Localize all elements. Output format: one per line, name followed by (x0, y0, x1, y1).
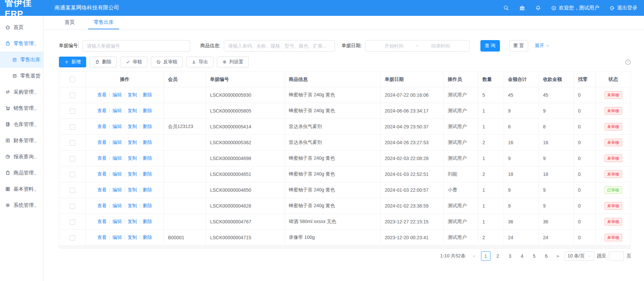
product-info-input[interactable] (224, 40, 335, 52)
page-5[interactable]: 5 (530, 251, 539, 261)
row-action-copy[interactable]: 复制 (128, 92, 137, 97)
row-action-copy[interactable]: 复制 (128, 219, 137, 224)
row-action-copy[interactable]: 复制 (128, 108, 137, 113)
page-1[interactable]: 1 (481, 251, 490, 261)
horizontal-scrollbar[interactable] (59, 246, 631, 249)
sidebar-item-warehouse[interactable]: 仓库管理 (0, 116, 43, 132)
welcome-user[interactable]: 欢迎您，测试用户 (551, 5, 599, 11)
page-jump-input[interactable] (609, 251, 624, 261)
row-checkbox[interactable] (70, 172, 75, 177)
row-checkbox[interactable] (70, 204, 75, 209)
search-button[interactable]: 查 询 (480, 40, 500, 52)
row-action-edit[interactable]: 编辑 (112, 92, 122, 97)
row-action-copy[interactable]: 复制 (128, 171, 137, 177)
row-action-view[interactable]: 查看 (97, 124, 107, 129)
sidebar-item-retail-out[interactable]: 零售出库 (0, 52, 43, 68)
row-action-delete[interactable]: 删除 (143, 92, 152, 97)
sidebar-item-system[interactable]: 系统管理 (0, 197, 43, 213)
row-action-delete[interactable]: 删除 (143, 219, 152, 224)
page-6[interactable]: 6 (542, 251, 551, 261)
page-3[interactable]: 3 (505, 251, 515, 261)
select-all-checkbox[interactable] (70, 77, 75, 82)
row-checkbox[interactable] (70, 188, 75, 193)
next-page-button[interactable]: > (554, 254, 562, 259)
row-action-view[interactable]: 查看 (97, 108, 107, 113)
cell-member (164, 103, 206, 119)
row-checkbox[interactable] (70, 108, 75, 114)
row-action-view[interactable]: 查看 (97, 203, 107, 208)
row-action-delete[interactable]: 删除 (143, 155, 152, 161)
row-action-edit[interactable]: 编辑 (112, 187, 122, 192)
row-action-delete[interactable]: 删除 (143, 124, 152, 129)
grid-icon (5, 186, 10, 192)
row-action-view[interactable]: 查看 (97, 139, 107, 145)
row-action-view[interactable]: 查看 (97, 219, 107, 224)
row-action-edit[interactable]: 编辑 (112, 124, 122, 129)
row-action-view[interactable]: 查看 (97, 155, 107, 161)
page-size-select[interactable]: 10 条/页 (565, 251, 594, 261)
date-range-picker[interactable]: ~ (365, 40, 470, 52)
audit-button[interactable]: 审核 (120, 57, 147, 67)
page-4[interactable]: 4 (517, 251, 527, 261)
sidebar-item-product[interactable]: 商品管理 (0, 165, 43, 181)
sidebar-item-sales[interactable]: 销售管理 (0, 100, 43, 116)
prev-page-button[interactable]: < (470, 254, 478, 259)
sidebar-item-home[interactable]: 首页 (0, 19, 43, 35)
help-icon[interactable]: ? (625, 59, 631, 65)
row-action-view[interactable]: 查看 (97, 171, 107, 177)
row-action-copy[interactable]: 复制 (128, 235, 137, 240)
row-action-copy[interactable]: 复制 (128, 203, 137, 208)
row-checkbox[interactable] (70, 156, 75, 161)
sidebar-item-retail[interactable]: 零售管理 (0, 35, 43, 52)
columns-button[interactable]: 列设置 (217, 57, 249, 67)
date-end-input[interactable] (421, 43, 461, 49)
row-action-edit[interactable]: 编辑 (112, 155, 122, 161)
bell-icon[interactable] (535, 5, 541, 11)
cell-operator: 刘能 (444, 166, 478, 182)
row-actions: 查看编辑复制删除 (86, 151, 164, 166)
row-checkbox[interactable] (70, 93, 75, 98)
tab-retail-out[interactable]: 零售出库 (88, 16, 119, 29)
row-action-delete[interactable]: 删除 (143, 108, 152, 113)
row-checkbox[interactable] (70, 140, 75, 146)
export-button[interactable]: 导出 (186, 57, 213, 67)
expand-toggle[interactable]: 展开 (535, 43, 550, 49)
search-icon[interactable] (503, 5, 509, 11)
row-checkbox[interactable] (70, 124, 75, 130)
row-action-copy[interactable]: 复制 (128, 124, 137, 129)
reset-button[interactable]: 重 置 (509, 40, 528, 52)
row-action-delete[interactable]: 删除 (143, 203, 152, 208)
row-action-edit[interactable]: 编辑 (112, 235, 122, 240)
row-action-delete[interactable]: 删除 (143, 235, 152, 240)
sidebar-item-purchase[interactable]: 采购管理 (0, 84, 43, 100)
logout-button[interactable]: 退出登录 (609, 5, 637, 11)
date-start-input[interactable] (374, 43, 414, 49)
row-action-copy[interactable]: 复制 (128, 155, 137, 161)
bill-no-input[interactable] (82, 40, 190, 52)
row-action-edit[interactable]: 编辑 (112, 108, 122, 113)
row-action-view[interactable]: 查看 (97, 92, 107, 97)
row-action-view[interactable]: 查看 (97, 235, 107, 240)
unaudit-button[interactable]: 反审核 (151, 57, 183, 67)
sidebar-item-retail-return[interactable]: 零售退货 (0, 68, 43, 84)
row-action-delete[interactable]: 删除 (143, 139, 152, 145)
sidebar-item-basic[interactable]: 基本资料 (0, 181, 43, 197)
row-action-delete[interactable]: 删除 (143, 171, 152, 177)
row-action-view[interactable]: 查看 (97, 187, 107, 192)
row-checkbox[interactable] (70, 235, 75, 241)
delete-button[interactable]: 删除 (90, 57, 117, 67)
page-2[interactable]: 2 (493, 251, 503, 261)
row-action-edit[interactable]: 编辑 (112, 171, 122, 177)
row-action-edit[interactable]: 编辑 (112, 139, 122, 145)
tab-home[interactable]: 首页 (59, 16, 80, 29)
sidebar-item-finance[interactable]: 财务管理 (0, 132, 43, 149)
row-action-delete[interactable]: 删除 (143, 187, 152, 192)
add-button[interactable]: 新增 (59, 57, 86, 67)
row-checkbox[interactable] (70, 219, 75, 225)
row-action-copy[interactable]: 复制 (128, 187, 137, 192)
row-action-edit[interactable]: 编辑 (112, 203, 122, 208)
bank-icon[interactable] (519, 5, 525, 11)
row-action-copy[interactable]: 复制 (128, 139, 137, 145)
sidebar-item-report[interactable]: 报表查询 (0, 149, 43, 165)
row-action-edit[interactable]: 编辑 (112, 219, 122, 224)
